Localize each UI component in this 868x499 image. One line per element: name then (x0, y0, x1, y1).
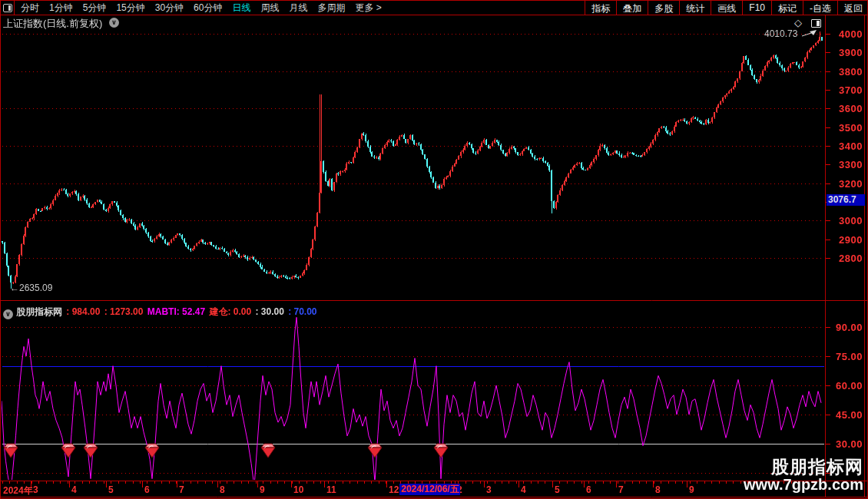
date-axis-label: 9 (260, 484, 265, 495)
date-axis-label: 4 (71, 484, 77, 495)
indicator-axis-label: 90.00 (827, 322, 863, 333)
date-axis-label: 10 (293, 484, 303, 495)
high-price-annotation: 4010.73 (764, 28, 797, 39)
period-item-多周期[interactable]: 多周期 (317, 2, 345, 15)
tool-item-返回[interactable]: 返回 (837, 1, 868, 15)
tool-item-F10[interactable]: F10 (742, 1, 771, 15)
tool-menu: 指标叠加多股统计画线F10标记-自选返回 (585, 1, 868, 15)
date-axis-label: 5 (108, 484, 114, 495)
date-axis-label: 2024年 (3, 484, 33, 497)
tool-item-统计[interactable]: 统计 (679, 1, 711, 15)
date-axis-label: 6 (144, 484, 150, 495)
stock-app-window: 分时1分钟5分钟15分钟30分钟60分钟日线周线月线多周期更多 > 指标叠加多股… (0, 0, 868, 499)
tool-item-指标[interactable]: 指标 (585, 1, 616, 15)
price-axis-label: 3200 (827, 178, 863, 190)
date-axis-label: 4 (521, 484, 526, 495)
date-axis-label: 7 (618, 484, 624, 495)
date-axis-label: 12 (389, 484, 399, 495)
date-axis-label: 3 (33, 484, 38, 495)
date-axis-label: 5 (555, 484, 560, 495)
date-axis-label: 8 (220, 484, 225, 495)
price-axis-label: 3800 (827, 66, 863, 78)
price-axis-label: 3300 (827, 159, 863, 170)
tool-item--自选[interactable]: -自选 (803, 1, 837, 15)
indicator-axis-label: 30.00 (827, 438, 863, 450)
tool-item-叠加[interactable]: 叠加 (616, 1, 648, 15)
date-axis-label: 3 (486, 484, 492, 495)
indicator-axis-label: 60.00 (827, 380, 863, 392)
collapse-icon[interactable]: ∨ (3, 309, 13, 319)
chevron-down-icon[interactable]: ∨ (109, 18, 119, 28)
period-item-60分钟[interactable]: 60分钟 (194, 2, 222, 15)
period-item-月线[interactable]: 月线 (289, 2, 307, 15)
period-item-1分钟[interactable]: 1分钟 (49, 2, 73, 15)
indicator-header: ∨股朋指标网 : 984.00 : 1273.00 MABTI: 52.47 建… (3, 306, 319, 319)
date-axis-label: 11 (326, 484, 336, 495)
tool-item-画线[interactable]: 画线 (711, 1, 742, 15)
price-axis-label: 3400 (827, 140, 863, 152)
indicator-header-segment: : 1273.00 (101, 306, 143, 317)
indicator-values: 股朋指标网 : 984.00 : 1273.00 MABTI: 52.47 建仓… (16, 306, 319, 317)
indicator-header-segment: 股朋指标网 (16, 306, 62, 317)
tool-item-标记[interactable]: 标记 (771, 1, 803, 15)
watermark-site-url: www.7gpzb.com (744, 476, 863, 494)
price-axis-label: 4000 (827, 28, 863, 40)
date-axis-label: 9 (689, 484, 694, 495)
indicator-header-segment: MABTI: 52.47 (144, 306, 205, 317)
indicator-header-segment: : 30.00 (253, 306, 284, 317)
last-price-marker: 3076.7 (827, 194, 865, 206)
indicator-axis-label: 75.00 (827, 351, 863, 362)
low-price-annotation: ←2635.09 (10, 283, 52, 293)
pane-layout-icon (3, 4, 12, 12)
date-axis-label: 7 (179, 484, 184, 495)
price-axis-label: 3500 (827, 122, 863, 134)
tool-item-多股[interactable]: 多股 (648, 1, 679, 15)
price-axis-label: 3900 (827, 47, 863, 58)
indicator-header-segment: 建仓: 0.00 (207, 306, 251, 317)
price-axis-label: 3600 (827, 103, 863, 114)
price-axis-label: 3000 (827, 215, 863, 226)
period-item-5分钟[interactable]: 5分钟 (83, 2, 107, 15)
period-item-周线[interactable]: 周线 (260, 2, 279, 15)
period-menu: 分时1分钟5分钟15分钟30分钟60分钟日线周线月线多周期更多 > (21, 2, 382, 15)
price-axis-label: 2800 (827, 253, 863, 264)
indicator-header-segment: : 984.00 (64, 306, 100, 317)
period-item-更多 >[interactable]: 更多 > (355, 2, 381, 15)
period-item-30分钟[interactable]: 30分钟 (155, 2, 184, 15)
period-item-15分钟[interactable]: 15分钟 (116, 2, 144, 15)
chart-canvas[interactable] (1, 1, 868, 499)
layout-toggle-button[interactable] (1, 1, 15, 15)
price-axis-label: 3700 (827, 84, 863, 96)
symbol-title[interactable]: 上证指数(日线.前复权) (3, 17, 102, 31)
cursor-date-marker: 2024/12/06/五 (399, 484, 460, 495)
chart-title-bar: 上证指数(日线.前复权) ∨ (1, 15, 868, 30)
indicator-axis-label: 45.00 (827, 409, 863, 421)
top-menu-bar: 分时1分钟5分钟15分钟30分钟60分钟日线周线月线多周期更多 > 指标叠加多股… (1, 1, 868, 15)
date-axis-label: 6 (586, 484, 591, 495)
period-item-分时[interactable]: 分时 (21, 2, 39, 15)
price-axis-label: 2900 (827, 234, 863, 246)
period-item-日线[interactable]: 日线 (232, 2, 250, 15)
indicator-header-segment: : 70.00 (286, 306, 317, 317)
date-axis-label: 8 (655, 484, 661, 495)
